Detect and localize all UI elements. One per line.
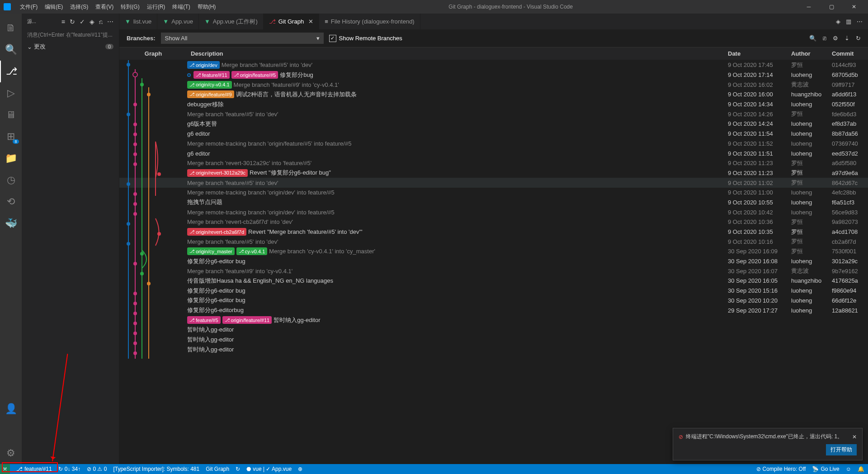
commit-row[interactable]: 修复部分g6-editor bug30 Sep 2020 10:20luohen… [119,296,868,306]
status-vue[interactable]: ⬣ vue | ✓ App.vue [246,466,292,472]
minimize-button[interactable]: ─ [802,4,816,10]
commit-row[interactable]: ⎇origin/cy-v0.4.1Merge branch 'feature/#… [119,80,868,90]
ref-badge[interactable]: ⎇cy-v0.4.1 [236,247,268,255]
col-date[interactable]: Date [728,50,791,57]
status-bell[interactable]: 🔔 [858,466,864,472]
commit-row[interactable]: ⎇origin/devMerge branch 'feature/#5' int… [119,60,868,70]
settings-icon[interactable]: ⚙ [0,442,22,464]
menu-item[interactable]: 终端(T) [169,1,193,13]
status-gitgraph[interactable]: Git Graph [206,466,229,472]
col-author[interactable]: Author [791,50,832,57]
tab-Git-Graph[interactable]: ⎇ Git Graph✕ [264,14,319,29]
commit-row[interactable]: g6版本更替9 Oct 2020 14:24luohengef8d37ab [119,119,868,129]
maximize-button[interactable]: ▢ [825,4,838,10]
tab-list-vue[interactable]: ▼ list.vue [119,14,157,29]
branch-action-icon[interactable]: ⎌ [99,18,103,25]
commit-row[interactable]: Merge branch 'feature/#5' into 'dev'9 Oc… [119,237,868,246]
commit-row[interactable]: ⎇feature/#5⎇origin/feature/#11暂时纳入gg-edi… [119,315,868,325]
commit-row[interactable]: 拖拽节点问题9 Oct 2020 10:55luohengf6a51cf3 [119,198,868,208]
branch-select[interactable]: Show All ▾ [161,33,324,44]
folder-icon[interactable]: 📁 [0,147,22,169]
extensions-icon[interactable]: ⊞8 [0,126,22,147]
sync-icon[interactable]: ⟲ [0,191,22,213]
ref-badge[interactable]: ⎇origin/feature/#9 [187,90,234,98]
diff-icon[interactable]: ◈ [836,18,840,25]
status-branch[interactable]: ⎇ feature/#11 [16,466,52,472]
refresh-icon[interactable]: ↻ [70,18,75,25]
tab-App-vue------[interactable]: ▼ App.vue (工作树) [199,14,264,29]
commit-row[interactable]: 暂时纳入gg-editor [119,335,868,345]
commit-row[interactable]: ⎇origin/revert-3012a29cRevert "修复部分g6-ed… [119,168,868,178]
status-ts-importer[interactable]: [TypeScript Importer]: Symbols: 481 [113,466,199,472]
commit-row[interactable]: 修复部分g6-editor bug30 Sep 2020 16:08luohen… [119,256,868,266]
changes-section[interactable]: ⌄ 更改 0 [22,41,119,52]
more-icon[interactable]: ⋯ [107,18,113,25]
commit-row[interactable]: 传音版增加Hausa ha && English_NG en_NG langua… [119,276,868,286]
ref-badge[interactable]: ⎇origin/dev [187,61,220,69]
status-golive[interactable]: 📡 Go Live [812,466,839,472]
ref-badge[interactable]: ⎇origin/cy-v0.4.1 [187,81,232,89]
tab-App-vue[interactable]: ▼ App.vue [157,14,199,29]
remote-icon[interactable]: 🖥 [0,104,22,126]
status-problems[interactable]: ⊘ 0 ⚠ 0 [87,466,107,472]
commit-row[interactable]: 修复部分g6-editorbug29 Sep 2020 17:27luoheng… [119,305,868,315]
view-list-icon[interactable]: ≡ [61,18,65,25]
col-graph[interactable]: Graph [119,50,187,57]
commit-row[interactable]: g6 editor9 Oct 2020 11:54luoheng8b87da56 [119,129,868,139]
status-target[interactable]: ⊕ [298,466,302,472]
commit-icon[interactable]: ✓ [80,18,85,25]
status-feedback[interactable]: ☺ [846,466,851,472]
col-description[interactable]: Description [187,50,728,57]
ref-badge[interactable]: ⎇feature/#11 [193,71,230,79]
close-button[interactable]: ✕ [847,4,861,10]
remote-indicator[interactable]: ⤱ [0,464,10,474]
terminal-icon[interactable]: ⎚ [823,35,826,42]
commit-row[interactable]: Merge branch 'revert-3012a29c' into 'fea… [119,158,868,168]
show-remote-checkbox[interactable]: ✓ Show Remote Branches [329,35,402,42]
commit-row[interactable]: Merge branch 'feature/#5' into 'dev'9 Oc… [119,178,868,188]
find-icon[interactable]: 🔍 [809,35,816,42]
scm-icon[interactable]: ⎇ [0,61,22,82]
settings-gear-icon[interactable]: ⚙ [833,35,838,42]
reload-icon[interactable]: ↻ [856,35,861,42]
status-sync[interactable]: ↻ 0↓ 34↑ [58,466,80,472]
status-compile-hero[interactable]: ⊘ Compile Hero: Off [756,466,806,472]
more-actions-icon[interactable]: ⋯ [857,18,863,25]
clock-icon[interactable]: ◷ [0,169,22,191]
commit-row[interactable]: ⎇origin/cy_master⎇cy-v0.4.1Merge branch … [119,246,868,256]
account-icon[interactable]: 👤 [0,398,22,420]
notification-help-button[interactable]: 打开帮助 [826,444,857,455]
tab-File-History--dialoguex-frontend-[interactable]: ≡ File History (dialoguex-frontend) [319,14,420,29]
fetch-icon[interactable]: ⇣ [844,35,849,42]
ref-badge[interactable]: ⎇origin/feature/#5 [231,71,278,79]
menu-item[interactable]: 选择(S) [66,1,92,13]
menu-item[interactable]: 转到(G) [117,1,143,13]
explorer-icon[interactable]: 🗎 [0,17,22,39]
commit-row[interactable]: ⎇feature/#11⎇origin/feature/#5修复部分bug9 O… [119,70,868,80]
menu-item[interactable]: 编辑(E) [41,1,66,13]
commit-row[interactable]: 修复部分g6-editor bug30 Sep 2020 15:16luohen… [119,286,868,296]
commit-row[interactable]: Merge remote-tracking branch 'origin/dev… [119,188,868,198]
commit-row[interactable]: Merge branch 'feature/#9' into 'cy-v0.4.… [119,266,868,276]
menu-item[interactable]: 运行(R) [143,1,169,13]
commit-row[interactable]: ⎇origin/revert-cb2a6f7dRevert "Merge bra… [119,227,868,237]
commit-row[interactable]: g6 editor9 Oct 2020 11:51luohengeed537d2 [119,148,868,158]
commit-row[interactable]: 暂时纳入gg-editor [119,325,868,335]
ref-badge[interactable]: ⎇origin/revert-cb2a6f7d [187,228,246,236]
commit-row[interactable]: Merge branch 'revert-cb2a6f7d' into 'dev… [119,217,868,227]
search-icon[interactable]: 🔍 [0,39,22,61]
stash-icon[interactable]: ◈ [90,18,94,25]
commit-row[interactable]: Merge remote-tracking branch 'origin/dev… [119,207,868,217]
ref-badge[interactable]: ⎇origin/feature/#11 [222,316,272,324]
status-refresh[interactable]: ↻ [236,466,240,472]
docker-icon[interactable]: 🐳 [0,213,22,234]
ref-badge[interactable]: ⎇origin/cy_master [187,247,235,255]
commit-message-input[interactable]: 消息(Ctrl+Enter 在"feature/#11"提... [22,29,119,41]
tab-close-icon[interactable]: ✕ [308,18,313,25]
commit-row[interactable]: Merge remote-tracking branch 'origin/fea… [119,139,868,149]
commit-row[interactable]: ⎇origin/feature/#9调试2种语言，语音机器人无声音时去掉加载条9… [119,90,868,100]
menu-item[interactable]: 帮助(H) [194,1,220,13]
split-icon[interactable]: ▥ [846,18,851,25]
commit-row[interactable]: 暂时纳入gg-editor [119,345,868,355]
menu-item[interactable]: 文件(F) [16,1,41,13]
